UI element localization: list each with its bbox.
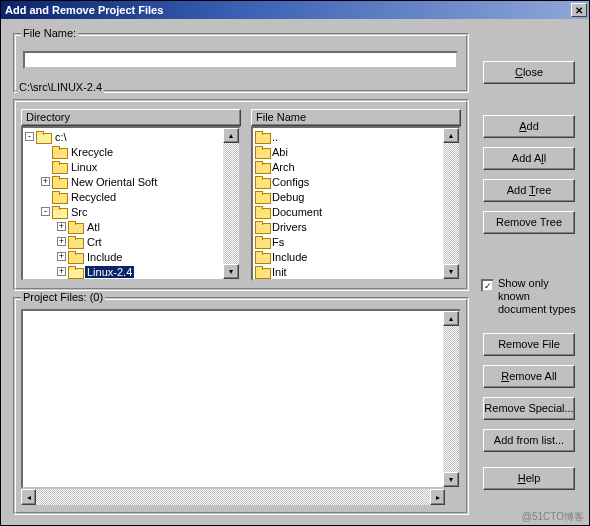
add-from-list-button[interactable]: Add from list...: [483, 429, 575, 452]
file-item-label: ..: [272, 131, 278, 143]
tree-item-label: Crt: [85, 236, 104, 248]
tree-item-label: Atl: [85, 221, 102, 233]
directory-pane: Directory -c:\KrecycleLinux+New Oriental…: [21, 109, 241, 281]
file-item[interactable]: Debug: [253, 189, 443, 204]
scroll-up-icon[interactable]: ▴: [443, 311, 459, 326]
directory-list[interactable]: -c:\KrecycleLinux+New Oriental SoftRecyc…: [21, 126, 241, 281]
tree-item-label: Linux: [69, 161, 99, 173]
file-list[interactable]: ..AbiArchConfigsDebugDocumentDriversFsIn…: [251, 126, 461, 281]
scroll-up-icon[interactable]: ▴: [223, 128, 239, 143]
tree-item[interactable]: Linux: [23, 159, 223, 174]
watermark: @51CTO博客: [522, 510, 584, 524]
title-bar[interactable]: Add and Remove Project Files ✕: [1, 1, 589, 19]
checkbox-label: Show only known document types: [498, 277, 581, 316]
current-path-label: C:\src\LINUX-2.4: [17, 81, 104, 93]
file-name-input[interactable]: [23, 51, 458, 69]
remove-all-button[interactable]: Remove All: [483, 365, 575, 388]
file-scrollbar[interactable]: ▴ ▾: [443, 128, 459, 279]
file-item[interactable]: Init: [253, 264, 443, 279]
folder-icon: [255, 146, 269, 157]
tree-item[interactable]: +Linux-2.4: [23, 264, 223, 279]
tree-item[interactable]: Recycled: [23, 189, 223, 204]
tree-item[interactable]: -Src: [23, 204, 223, 219]
add-all-button[interactable]: Add All: [483, 147, 575, 170]
tree-item-label: Krecycle: [69, 146, 115, 158]
file-item-label: Debug: [272, 191, 304, 203]
folder-icon: [255, 161, 269, 172]
folder-icon: [255, 236, 269, 247]
add-tree-button[interactable]: Add Tree: [483, 179, 575, 202]
file-item[interactable]: Configs: [253, 174, 443, 189]
remove-special-button[interactable]: Remove Special...: [483, 397, 575, 420]
file-item-label: Init: [272, 266, 287, 278]
file-item[interactable]: Fs: [253, 234, 443, 249]
file-item-label: Configs: [272, 176, 309, 188]
folder-icon: [68, 236, 82, 247]
tree-item[interactable]: -c:\: [23, 129, 223, 144]
expander-icon[interactable]: -: [41, 207, 50, 216]
file-item[interactable]: ..: [253, 129, 443, 144]
expander-icon[interactable]: +: [57, 252, 66, 261]
folder-icon: [255, 176, 269, 187]
project-scrollbar-h[interactable]: ◂ ▸: [21, 489, 445, 505]
expander-icon[interactable]: +: [41, 177, 50, 186]
project-files-pane: ▴ ▾ ◂ ▸: [21, 309, 461, 505]
close-button[interactable]: Close: [483, 61, 575, 84]
checkbox-icon[interactable]: ✓: [481, 279, 494, 292]
tree-item[interactable]: Krecycle: [23, 144, 223, 159]
project-files-list[interactable]: ▴ ▾: [21, 309, 461, 489]
file-item[interactable]: Document: [253, 204, 443, 219]
directory-header[interactable]: Directory: [21, 109, 241, 126]
file-item-label: Arch: [272, 161, 295, 173]
folder-icon: [255, 221, 269, 232]
folder-icon: [68, 221, 82, 232]
expander-icon[interactable]: +: [57, 267, 66, 276]
close-icon[interactable]: ✕: [571, 3, 587, 17]
folder-icon: [52, 191, 66, 202]
expander-icon: [41, 147, 50, 156]
scroll-down-icon[interactable]: ▾: [443, 472, 459, 487]
directory-scrollbar[interactable]: ▴ ▾: [223, 128, 239, 279]
scroll-left-icon[interactable]: ◂: [21, 489, 36, 505]
remove-file-button[interactable]: Remove File: [483, 333, 575, 356]
file-item[interactable]: Arch: [253, 159, 443, 174]
file-item-label: Drivers: [272, 221, 307, 233]
file-pane: File Name ..AbiArchConfigsDebugDocumentD…: [251, 109, 461, 281]
expander-icon[interactable]: +: [57, 237, 66, 246]
add-button[interactable]: Add: [483, 115, 575, 138]
expander-icon[interactable]: -: [25, 132, 34, 141]
folder-icon: [255, 131, 269, 142]
tree-item-label: New Oriental Soft: [69, 176, 159, 188]
project-files-label: Project Files: (0): [21, 291, 105, 303]
scroll-down-icon[interactable]: ▾: [443, 264, 459, 279]
folder-icon: [68, 251, 82, 262]
expander-icon: [41, 192, 50, 201]
scroll-up-icon[interactable]: ▴: [443, 128, 459, 143]
scroll-down-icon[interactable]: ▾: [223, 264, 239, 279]
tree-item[interactable]: +Atl: [23, 219, 223, 234]
tree-item[interactable]: +Crt: [23, 234, 223, 249]
help-button[interactable]: Help: [483, 467, 575, 490]
tree-item[interactable]: +Include: [23, 249, 223, 264]
file-item-label: Include: [272, 251, 307, 263]
file-item-label: Fs: [272, 236, 284, 248]
scroll-right-icon[interactable]: ▸: [430, 489, 445, 505]
tree-item-label: Linux-2.4: [85, 266, 134, 278]
file-item[interactable]: Abi: [253, 144, 443, 159]
file-header[interactable]: File Name: [251, 109, 461, 126]
folder-icon: [36, 131, 50, 142]
project-scrollbar-v[interactable]: ▴ ▾: [443, 311, 459, 487]
expander-icon[interactable]: +: [57, 222, 66, 231]
dialog-window: Add and Remove Project Files ✕ File Name…: [0, 0, 590, 526]
file-item[interactable]: Drivers: [253, 219, 443, 234]
file-item[interactable]: Include: [253, 249, 443, 264]
folder-icon: [255, 191, 269, 202]
folder-icon: [255, 206, 269, 217]
folder-icon: [52, 146, 66, 157]
remove-tree-button[interactable]: Remove Tree: [483, 211, 575, 234]
file-item-label: Document: [272, 206, 322, 218]
folder-icon: [52, 176, 66, 187]
show-known-types-checkbox[interactable]: ✓ Show only known document types: [481, 277, 581, 316]
folder-icon: [255, 266, 269, 277]
tree-item[interactable]: +New Oriental Soft: [23, 174, 223, 189]
